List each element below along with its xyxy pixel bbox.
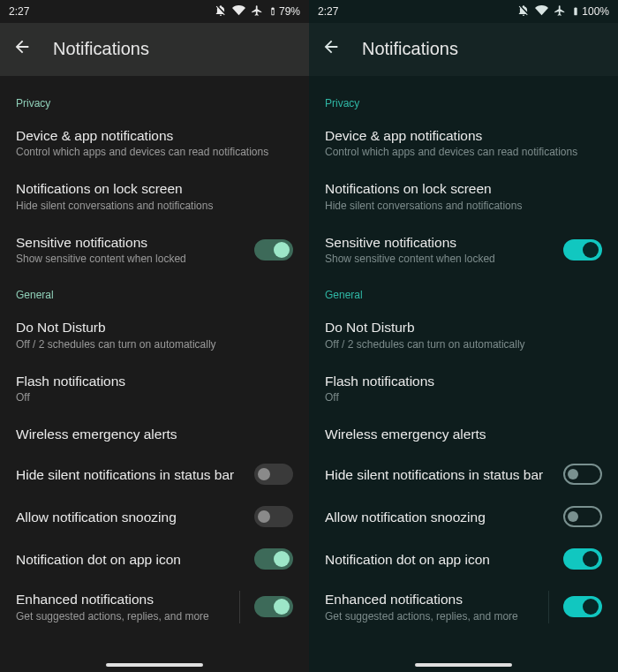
row-subtitle: Get suggested actions, replies, and more [16,610,225,623]
phone-left: 2:27 79% Notifications Privacy [0,0,309,672]
battery-indicator: 79% [268,4,300,19]
row-title: Enhanced notifications [325,591,534,608]
row-subtitle: Off [325,391,602,404]
row-device-app-notifications[interactable]: Device & app notifications Control which… [0,117,309,170]
page-title: Notifications [53,39,149,59]
row-subtitle: Off / 2 schedules can turn on automatica… [16,338,293,351]
header: Notifications [309,23,618,76]
airplane-icon [251,4,263,19]
battery-percent: 79% [279,5,300,18]
row-do-not-disturb[interactable]: Do Not Disturb Off / 2 schedules can tur… [0,308,309,361]
dnd-off-icon [517,4,530,19]
row-title: Device & app notifications [325,127,602,144]
toggle-dot[interactable] [563,548,602,570]
row-title: Notifications on lock screen [325,180,602,197]
wifi-icon [232,4,245,19]
row-flash-notifications[interactable]: Flash notifications Off [309,362,618,415]
row-title: Do Not Disturb [325,319,602,336]
row-title: Flash notifications [325,373,602,389]
gesture-nav-handle[interactable] [415,663,512,667]
row-subtitle: Control which apps and devices can read … [325,146,602,159]
settings-list[interactable]: Privacy Device & app notifications Contr… [0,76,309,672]
row-title: Hide silent notifications in status bar [325,466,554,483]
dnd-off-icon [215,4,227,19]
settings-list[interactable]: Privacy Device & app notifications Contr… [309,76,618,672]
row-allow-snoozing[interactable]: Allow notification snoozing [0,495,309,538]
battery-indicator: 100% [571,4,609,19]
toggle-snoozing[interactable] [254,506,293,527]
status-bar: 2:27 79% [0,0,309,23]
phone-right: 2:27 100% Notifications Privacy [309,0,618,672]
airplane-icon [554,4,566,19]
row-notification-dot[interactable]: Notification dot on app icon [0,538,309,580]
row-device-app-notifications[interactable]: Device & app notifications Control which… [309,117,618,170]
row-hide-silent-statusbar[interactable]: Hide silent notifications in status bar [309,453,618,495]
row-title: Do Not Disturb [16,319,293,336]
row-title: Wireless emergency alerts [16,426,293,442]
row-title: Sensitive notifications [16,234,245,251]
row-flash-notifications[interactable]: Flash notifications Off [0,362,309,415]
toggle-dot[interactable] [254,548,293,570]
back-button[interactable] [12,37,32,60]
row-wireless-emergency-alerts[interactable]: Wireless emergency alerts [0,415,309,453]
row-allow-snoozing[interactable]: Allow notification snoozing [309,495,618,538]
row-subtitle: Off [16,391,293,404]
row-subtitle: Hide silent conversations and notificati… [16,200,293,213]
row-subtitle: Off / 2 schedules can turn on automatica… [325,338,602,351]
status-bar: 2:27 100% [309,0,618,23]
toggle-sensitive[interactable] [254,239,293,260]
row-notification-dot[interactable]: Notification dot on app icon [309,538,618,580]
divider [548,591,549,623]
gesture-nav-handle[interactable] [106,663,203,667]
row-lock-screen-notifications[interactable]: Notifications on lock screen Hide silent… [0,170,309,223]
row-subtitle: Control which apps and devices can read … [16,146,293,159]
row-title: Notification dot on app icon [325,551,554,568]
row-title: Notification dot on app icon [16,551,245,568]
section-general: General [0,276,309,308]
row-title: Sensitive notifications [325,234,554,251]
divider [239,591,240,623]
row-subtitle: Get suggested actions, replies, and more [325,610,534,623]
section-privacy: Privacy [309,85,618,117]
row-title: Flash notifications [16,373,293,389]
status-icons: 79% [215,4,300,19]
toggle-hide-silent[interactable] [254,464,293,485]
row-title: Hide silent notifications in status bar [16,466,245,483]
row-title: Device & app notifications [16,127,293,144]
row-title: Allow notification snoozing [325,509,554,525]
row-subtitle: Show sensitive content when locked [325,253,554,266]
row-enhanced-notifications[interactable]: Enhanced notifications Get suggested act… [0,580,309,633]
row-sensitive-notifications[interactable]: Sensitive notifications Show sensitive c… [0,223,309,276]
row-title: Wireless emergency alerts [325,426,602,442]
back-button[interactable] [321,37,341,60]
status-icons: 100% [517,4,609,19]
header: Notifications [0,23,309,76]
row-hide-silent-statusbar[interactable]: Hide silent notifications in status bar [0,453,309,495]
section-privacy: Privacy [0,85,309,117]
toggle-hide-silent[interactable] [563,464,602,485]
row-title: Allow notification snoozing [16,509,245,525]
toggle-enhanced[interactable] [563,596,602,617]
toggle-enhanced[interactable] [254,596,293,617]
battery-percent: 100% [582,5,609,18]
row-enhanced-notifications[interactable]: Enhanced notifications Get suggested act… [309,580,618,633]
status-time: 2:27 [318,5,338,18]
row-do-not-disturb[interactable]: Do Not Disturb Off / 2 schedules can tur… [309,308,618,361]
toggle-sensitive[interactable] [563,239,602,260]
page-title: Notifications [362,39,458,59]
row-title: Notifications on lock screen [16,180,293,197]
row-lock-screen-notifications[interactable]: Notifications on lock screen Hide silent… [309,170,618,223]
toggle-snoozing[interactable] [563,506,602,527]
row-title: Enhanced notifications [16,591,225,608]
row-subtitle: Show sensitive content when locked [16,253,245,266]
wifi-icon [535,4,548,19]
row-wireless-emergency-alerts[interactable]: Wireless emergency alerts [309,415,618,453]
row-subtitle: Hide silent conversations and notificati… [325,200,602,213]
status-time: 2:27 [9,5,29,18]
section-general: General [309,276,618,308]
row-sensitive-notifications[interactable]: Sensitive notifications Show sensitive c… [309,223,618,276]
